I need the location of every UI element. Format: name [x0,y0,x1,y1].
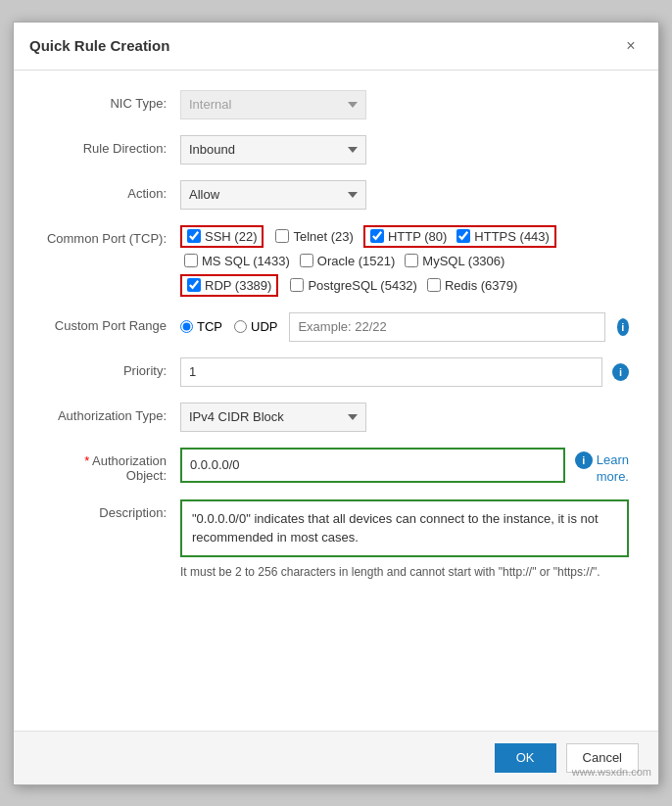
description-row: Description: "0.0.0.0/0" indicates that … [43,499,629,581]
description-help-text: It must be 2 to 256 characters in length… [180,563,629,581]
common-port-label: Common Port (TCP): [43,225,180,246]
udp-radio[interactable] [234,320,247,333]
https-label[interactable]: HTTPS (443) [474,229,550,244]
dialog-footer: OK Cancel [14,731,658,784]
custom-port-input[interactable] [289,312,604,342]
mssql-checkbox[interactable] [184,254,198,267]
custom-port-inputs: TCP UDP i [180,312,629,342]
auth-object-content: i Learn more. [180,448,629,484]
auth-object-input[interactable] [180,448,565,483]
common-port-row: Common Port (TCP): SSH (22) [43,225,629,297]
close-button[interactable]: × [619,34,643,58]
port-grid: SSH (22) Telnet (23) [180,225,629,297]
priority-row: Priority: i [43,357,629,387]
auth-type-row: Authorization Type: IPv4 CIDR Block IPv6… [43,403,629,432]
ok-button[interactable]: OK [495,743,556,773]
auth-type-label: Authorization Type: [43,403,180,423]
ssh-checkbox[interactable] [187,229,201,243]
priority-label: Priority: [43,357,180,378]
port-mssql: MS SQL (1433) [184,254,290,268]
port-http: HTTP (80) [370,229,447,244]
dialog-header: Quick Rule Creation × [14,23,658,71]
port-row-3: RDP (3389) PostgreSQL (5432) Redis (6379… [180,274,629,297]
action-label: Action: [43,180,180,201]
http-https-highlight-group: HTTP (80) HTTPS (443) [363,225,556,248]
http-checkbox[interactable] [370,229,384,243]
mysql-checkbox[interactable] [405,254,418,267]
port-row-2: MS SQL (1433) Oracle (1521) MySQL (3306) [180,254,629,268]
nic-type-row: NIC Type: Internal [43,90,629,119]
postgresql-checkbox[interactable] [290,278,304,292]
http-label[interactable]: HTTP (80) [388,229,447,244]
oracle-label[interactable]: Oracle (1521) [317,254,395,268]
rule-direction-select[interactable]: Inbound Outbound [180,135,366,165]
nic-type-control: Internal [180,90,629,119]
custom-port-row: Custom Port Range TCP UDP i [43,312,629,342]
redis-checkbox[interactable] [427,278,441,292]
tcp-radio-text: TCP [197,319,222,334]
port-rdp: RDP (3389) [187,278,271,293]
rdp-label[interactable]: RDP (3389) [205,278,271,293]
priority-control: i [180,357,629,387]
oracle-checkbox[interactable] [300,254,313,267]
port-row-1: SSH (22) Telnet (23) [180,225,629,248]
auth-type-control: IPv4 CIDR Block IPv6 CIDR Block Security… [180,403,629,432]
tcp-radio-label[interactable]: TCP [180,319,222,334]
description-box: "0.0.0.0/0" indicates that all devices c… [180,499,629,557]
mysql-label[interactable]: MySQL (3306) [422,254,504,268]
port-mysql: MySQL (3306) [405,254,504,268]
auth-object-control: i Learn more. [180,448,629,484]
port-postgresql: PostgreSQL (5432) [290,278,417,293]
postgresql-label[interactable]: PostgreSQL (5432) [308,278,417,293]
custom-port-info-icon[interactable]: i [617,318,629,336]
mssql-label[interactable]: MS SQL (1433) [202,254,290,268]
learn-info-icon[interactable]: i [575,451,593,469]
auth-type-select[interactable]: IPv4 CIDR Block IPv6 CIDR Block Security… [180,403,366,432]
port-https: HTTPS (443) [456,229,550,244]
tcp-radio[interactable] [180,320,193,333]
more-link[interactable]: more. [597,469,629,484]
telnet-label[interactable]: Telnet (23) [293,229,353,244]
learn-link[interactable]: Learn [597,452,629,467]
common-port-control: SSH (22) Telnet (23) [180,225,629,297]
rdp-checkbox[interactable] [187,278,201,292]
description-label: Description: [43,499,180,520]
priority-input-row: i [180,357,629,387]
redis-label[interactable]: Redis (6379) [445,278,517,293]
custom-port-label: Custom Port Range [43,312,180,333]
rule-direction-row: Rule Direction: Inbound Outbound [43,135,629,165]
telnet-checkbox[interactable] [275,229,289,243]
learn-row: i Learn [575,451,629,469]
description-control: "0.0.0.0/0" indicates that all devices c… [180,499,629,581]
port-oracle: Oracle (1521) [300,254,395,268]
dialog-title: Quick Rule Creation [29,37,169,54]
port-telnet: Telnet (23) [275,229,353,244]
port-redis: Redis (6379) [427,278,517,293]
priority-info-icon[interactable]: i [612,363,629,381]
ssh-highlight-group: SSH (22) [180,225,264,248]
action-select[interactable]: Allow Deny [180,180,366,210]
nic-type-select[interactable]: Internal [180,90,366,119]
custom-port-control: TCP UDP i [180,312,629,342]
action-row: Action: Allow Deny [43,180,629,210]
nic-type-label: NIC Type: [43,90,180,111]
rule-direction-control: Inbound Outbound [180,135,629,165]
quick-rule-creation-dialog: Quick Rule Creation × NIC Type: Internal… [13,22,659,785]
ssh-label[interactable]: SSH (22) [205,229,257,244]
udp-radio-label[interactable]: UDP [234,319,277,334]
auth-object-label: Authorization Object: [43,448,180,483]
rule-direction-label: Rule Direction: [43,135,180,156]
dialog-body: NIC Type: Internal Rule Direction: Inbou… [14,71,658,731]
port-ssh: SSH (22) [187,229,257,244]
rdp-highlight-group: RDP (3389) [180,274,278,297]
auth-object-row: Authorization Object: i Learn more. [43,448,629,484]
priority-input[interactable] [180,357,602,387]
udp-radio-text: UDP [251,319,277,334]
learn-section: i Learn more. [575,448,629,484]
cancel-button[interactable]: Cancel [566,743,639,773]
https-checkbox[interactable] [456,229,470,243]
action-control: Allow Deny [180,180,629,210]
